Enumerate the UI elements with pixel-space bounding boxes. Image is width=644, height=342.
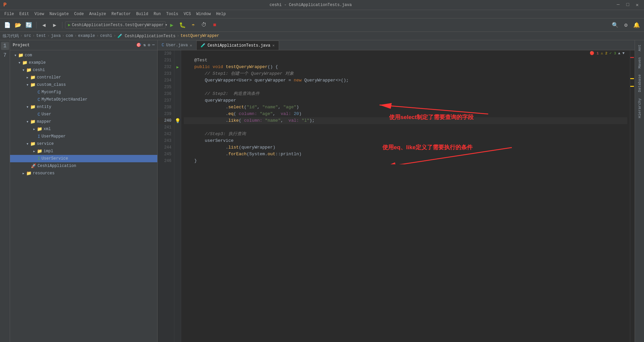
tree-item-example[interactable]: ▾ 📁 example [10, 59, 157, 66]
minimize-button[interactable]: ─ [615, 1, 622, 8]
tree-item-resources[interactable]: ▸ 📁 resources [10, 170, 157, 177]
menu-vcs[interactable]: VCS [181, 11, 194, 17]
breadcrumb-method[interactable]: testQueryWrapper [180, 34, 219, 38]
tab-icon: C [162, 43, 164, 48]
right-tab-database[interactable]: Database [636, 72, 643, 95]
right-tab-maven[interactable]: Maven [636, 55, 643, 71]
tree-item-userservice[interactable]: I UserService [10, 155, 157, 162]
code-line-240: .like( column: "name", val: "l"); [184, 117, 627, 124]
maximize-button[interactable]: □ [624, 1, 631, 8]
breadcrumb-ceshi[interactable]: ceshi [100, 34, 112, 38]
tree-item-ceshi[interactable]: ▾ 📁 ceshi [10, 66, 157, 74]
expand-icon: ▸ [33, 126, 36, 132]
breadcrumb-example[interactable]: example [78, 34, 95, 38]
ok-indicator: ✓ 3 [609, 51, 616, 55]
line-num-236: 236 [158, 91, 171, 97]
code-line-232: public void testQueryWrapper() { [184, 64, 627, 70]
breadcrumb-test[interactable]: test [36, 34, 46, 38]
tree-item-com[interactable]: ▾ 📁 com [10, 52, 157, 59]
menu-build[interactable]: Build [133, 11, 151, 17]
right-tab-ant[interactable]: Ant [636, 42, 643, 54]
editor-area: C User.java ✕ 🧪 CeshiApplicationTests.ja… [158, 40, 635, 342]
tab-close-tests[interactable]: ✕ [272, 43, 275, 48]
lightbulb-icon[interactable]: 💡 [175, 118, 180, 124]
menu-tools[interactable]: Tools [164, 11, 181, 17]
tree-item-usermapper[interactable]: I UserMapper [10, 133, 157, 140]
run-config-dropdown[interactable]: ▶ CeshiApplicationTests.testQueryWrapper… [65, 21, 166, 28]
menu-view[interactable]: View [32, 11, 47, 17]
tree-label: MyMetaObjectHandler [42, 97, 88, 102]
tree-item-ceshiapp[interactable]: 🚀 CeshiApplication [10, 162, 157, 170]
tab-close-user[interactable]: ✕ [190, 43, 192, 48]
gutter-238 [174, 104, 181, 111]
new-file-button[interactable]: 📄 [3, 20, 12, 30]
menu-navigate[interactable]: Navigate [47, 11, 71, 17]
gutter-233 [174, 70, 181, 77]
menu-window[interactable]: Window [194, 11, 213, 17]
debug-button[interactable]: 🐛 [178, 20, 187, 30]
menu-edit[interactable]: Edit [17, 11, 32, 17]
run-button[interactable]: ▶ [167, 20, 176, 30]
coverage-button[interactable]: ☂ [189, 20, 198, 30]
tree-item-entity[interactable]: ▾ 📁 entity [10, 103, 157, 111]
tree-label: UserService [42, 156, 68, 161]
menu-bar: File Edit View Navigate Code Analyze Ref… [0, 10, 644, 18]
back-button[interactable]: ◀ [39, 20, 49, 30]
project-settings-button[interactable]: ⚙ [148, 43, 150, 48]
breadcrumb-com[interactable]: com [66, 34, 73, 38]
gutter-run-232[interactable]: ▶ [174, 64, 181, 70]
tree-item-impl[interactable]: ▸ 📁 impl [10, 148, 157, 155]
menu-file[interactable]: File [2, 11, 17, 17]
tree-item-controller[interactable]: ▸ 📁 controller [10, 74, 157, 81]
breadcrumb-java[interactable]: java [51, 34, 61, 38]
tree-item-myconfig[interactable]: C Myconfig [10, 89, 157, 96]
menu-code[interactable]: Code [71, 11, 87, 17]
gutter-237 [174, 97, 181, 104]
tree-item-custom-class[interactable]: ▾ 📁 custom_class [10, 81, 157, 89]
tree-item-user[interactable]: C User [10, 111, 157, 118]
folder-icon: 📁 [30, 104, 36, 110]
close-button[interactable]: ✕ [634, 1, 641, 8]
tab-ceshi-tests[interactable]: 🧪 CeshiApplicationTests.java ✕ [197, 41, 279, 50]
tab-user-java[interactable]: C User.java ✕ [158, 41, 197, 50]
menu-analyze[interactable]: Analyze [87, 11, 109, 17]
tree-item-mapper[interactable]: ▾ 📁 mapper [10, 118, 157, 125]
search-everywhere-button[interactable]: 🔍 [610, 20, 620, 30]
chevron-up-icon[interactable]: ▲ [618, 51, 621, 55]
notifications-button[interactable]: 🔔 [632, 20, 641, 30]
open-button[interactable]: 📂 [13, 20, 23, 30]
menu-help[interactable]: Help [213, 11, 228, 17]
tree-item-xml[interactable]: ▸ 📁 xml [10, 125, 157, 133]
settings-button[interactable]: ⚙ [621, 20, 631, 30]
breadcrumb-class[interactable]: 🧪 CeshiApplicationTests [117, 34, 175, 39]
project-panel-toggle[interactable]: 1 [1, 42, 9, 50]
breadcrumb-src[interactable]: src [24, 34, 31, 38]
breadcrumb-root[interactable]: 练习代码 [3, 33, 19, 39]
title-bar-controls: ─ □ ✕ [615, 1, 641, 8]
project-locate-button[interactable]: 🎯 [136, 43, 141, 48]
right-tab-hierarchy[interactable]: Hierarchy [636, 96, 643, 121]
structure-panel-toggle[interactable]: 7 [1, 51, 9, 59]
forward-button[interactable]: ▶ [50, 20, 59, 30]
line-numbers: 230 231 232 233 234 235 236 237 238 239 … [158, 50, 174, 342]
tree-item-mymeta[interactable]: C MyMetaObjectHandler [10, 96, 157, 103]
profile-button[interactable]: ⏱ [199, 20, 209, 30]
project-minimize-button[interactable]: — [152, 43, 155, 48]
expand-icon: ▾ [22, 67, 25, 73]
tree-label: User [42, 112, 51, 117]
tree-label: Myconfig [42, 90, 61, 95]
editor-scrollbar[interactable] [630, 50, 635, 342]
tab-label: User.java [166, 43, 188, 48]
project-expand-button[interactable]: ⇅ [143, 43, 146, 48]
tree-item-service[interactable]: ▾ 📁 service [10, 140, 157, 148]
tree-label: service [37, 141, 54, 146]
sync-button[interactable]: 🔄 [24, 20, 34, 30]
gutter-236 [174, 91, 181, 97]
menu-run[interactable]: Run [151, 11, 164, 17]
chevron-down-icon[interactable]: ▼ [622, 51, 625, 55]
code-content[interactable]: @Test public void testQueryWrapper() { /… [181, 50, 630, 342]
menu-refactor[interactable]: Refactor [109, 11, 133, 17]
folder-icon: 📁 [37, 126, 42, 132]
folder-icon: 📁 [22, 60, 28, 65]
stop-button[interactable]: ■ [210, 20, 219, 30]
